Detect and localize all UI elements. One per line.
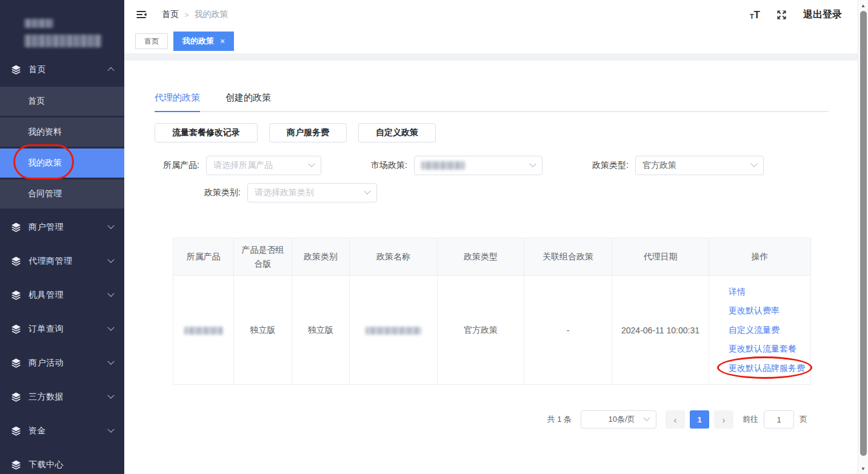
policy-type-select[interactable]: 官方政策 — [635, 156, 764, 175]
collapse-sidebar-icon[interactable] — [135, 8, 147, 21]
account-name-redacted — [24, 35, 102, 47]
cell-is-combo: 独立版 — [234, 276, 292, 385]
sidebar-item-home[interactable]: 首页 — [0, 87, 124, 116]
traffic-package-record-button[interactable]: 流量套餐修改记录 — [155, 123, 258, 142]
main-area: 首页 > 我的政策 TT 退出登录 首页 我的政策 × — [124, 0, 858, 474]
logout-button[interactable]: 退出登录 — [803, 8, 842, 21]
change-default-brand-service-fee-link[interactable]: 更改默认品牌服务费 — [729, 359, 806, 378]
topbar: 首页 > 我的政策 TT 退出登录 — [124, 0, 858, 29]
page-buttons: ‹ 1 › — [666, 410, 733, 429]
scrollbar-thumb[interactable] — [860, 11, 867, 456]
sidebar-group-agent-management[interactable]: 代理商管理 — [0, 244, 124, 278]
layers-icon — [10, 392, 22, 403]
sidebar-menu: 首页 首页 我的资料 我的政策 合同管理 商户管理 代理商管理 — [0, 55, 124, 474]
pagination: 共 1 条 10条/页 ‹ 1 › 前往 页 — [124, 410, 807, 429]
sidebar-group-device-management[interactable]: 机具管理 — [0, 278, 124, 312]
sidebar-group-order-query[interactable]: 订单查询 — [0, 312, 124, 346]
filter-policy-type-label: 政策类型: — [570, 160, 629, 171]
goto-label: 前往 — [743, 414, 758, 425]
policies-table: 所属产品 产品是否组合版 政策类别 政策名称 政策类型 关联组合政策 代理日期 … — [173, 238, 811, 385]
font-size-icon[interactable]: TT — [750, 10, 760, 20]
detail-link[interactable]: 详情 — [729, 282, 806, 302]
chevron-down-icon — [107, 392, 114, 399]
tag-label: 首页 — [144, 36, 159, 47]
filter-market-policy: 市场政策: — [349, 156, 542, 175]
sidebar-group-label: 商户管理 — [28, 222, 109, 233]
layers-icon — [10, 426, 22, 437]
chevron-down-icon — [107, 222, 114, 229]
sidebar-item-contract-management[interactable]: 合同管理 — [0, 179, 124, 209]
sidebar-group-merchant-management[interactable]: 商户管理 — [0, 210, 124, 244]
sidebar-item-label: 合同管理 — [28, 189, 62, 199]
chevron-down-icon — [107, 426, 114, 433]
page-number-button[interactable]: 1 — [690, 410, 709, 429]
sidebar-group-home-label: 首页 — [28, 64, 109, 75]
filter-policy-type: 政策类型: 官方政策 — [570, 156, 764, 175]
scroll-up-icon[interactable]: ▲ — [858, 1, 868, 10]
col-header-policy-name: 政策名称 — [350, 238, 438, 276]
select-value-redacted — [421, 161, 465, 170]
tab-created-policies[interactable]: 创建的政策 — [225, 92, 271, 111]
col-header-product: 所属产品 — [173, 238, 234, 276]
sidebar-group-label: 机具管理 — [28, 290, 109, 301]
filter-policy-category: 政策类别: 请选择政策类别 — [182, 183, 377, 202]
sidebar-group-label: 三方数据 — [28, 392, 109, 402]
table-header-row: 所属产品 产品是否组合版 政策类别 政策名称 政策类型 关联组合政策 代理日期 … — [173, 238, 811, 276]
select-placeholder: 请选择政策类别 — [255, 187, 314, 198]
fullscreen-icon[interactable] — [776, 9, 787, 21]
chevron-down-icon — [107, 324, 114, 331]
chevron-down-icon — [529, 161, 536, 167]
content-card: 代理的政策 创建的政策 流量套餐修改记录 商户服务费 自定义政策 所属产品: 请… — [124, 61, 858, 474]
policy-tabs: 代理的政策 创建的政策 — [155, 92, 829, 112]
breadcrumb-separator: > — [184, 10, 189, 19]
change-default-traffic-package-link[interactable]: 更改默认流量套餐 — [729, 339, 806, 359]
scroll-down-icon[interactable]: ▼ — [858, 464, 868, 473]
sidebar-group-funds[interactable]: 资金 — [0, 414, 124, 448]
chevron-down-icon — [308, 161, 315, 167]
filter-policy-category-label: 政策类别: — [182, 187, 241, 198]
custom-traffic-fee-link[interactable]: 自定义流量费 — [729, 321, 806, 340]
change-default-rate-link[interactable]: 更改默认费率 — [729, 301, 806, 321]
chevron-down-icon — [364, 188, 370, 195]
chevron-down-icon — [107, 256, 114, 263]
pagination-total: 共 1 条 — [547, 414, 572, 425]
sidebar-group-merchant-activity[interactable]: 商户活动 — [0, 346, 124, 380]
divider-band — [124, 53, 858, 61]
layers-icon — [10, 290, 22, 301]
tag-home[interactable]: 首页 — [135, 33, 168, 49]
sidebar-group-home[interactable]: 首页 — [0, 55, 124, 85]
sidebar-group-download-center[interactable]: 下载中心 — [0, 448, 124, 474]
sidebar-item-my-policies[interactable]: 我的政策 — [0, 149, 124, 178]
chevron-down-icon — [643, 415, 650, 421]
chevron-down-icon — [107, 290, 114, 297]
cell-category: 独立版 — [292, 276, 350, 385]
sidebar-item-my-profile[interactable]: 我的资料 — [0, 118, 124, 147]
layers-icon — [10, 324, 22, 335]
filter-product-label: 所属产品: — [141, 160, 199, 171]
sidebar-group-thirdparty-data[interactable]: 三方数据 — [0, 380, 124, 414]
col-header-is-combo: 产品是否组合版 — [234, 238, 292, 276]
sidebar-submenu: 首页 我的资料 我的政策 合同管理 — [0, 87, 124, 209]
policy-category-select[interactable]: 请选择政策类别 — [247, 183, 377, 202]
topbar-actions: TT 退出登录 — [750, 8, 842, 21]
next-page-button[interactable]: › — [714, 410, 733, 429]
col-header-operations: 操作 — [709, 238, 811, 276]
close-icon[interactable]: × — [220, 36, 225, 46]
logo-redacted — [24, 19, 53, 28]
breadcrumb-home[interactable]: 首页 — [162, 9, 179, 20]
custom-policy-button[interactable]: 自定义政策 — [358, 123, 436, 142]
vertical-scrollbar[interactable]: ▲ ▼ — [858, 0, 868, 474]
product-select[interactable]: 请选择所属产品 — [206, 156, 321, 175]
cell-agent-date: 2024-06-11 10:00:31 — [612, 276, 709, 385]
goto-page-input[interactable] — [764, 410, 794, 429]
sidebar-group-label: 资金 — [28, 426, 109, 436]
col-header-category: 政策类别 — [292, 238, 350, 276]
page-size-select[interactable]: 10条/页 — [581, 410, 656, 429]
select-value: 官方政策 — [643, 160, 676, 171]
tab-agented-policies[interactable]: 代理的政策 — [155, 92, 200, 112]
tag-my-policies[interactable]: 我的政策 × — [173, 32, 234, 51]
market-policy-select[interactable] — [414, 156, 542, 175]
prev-page-button[interactable]: ‹ — [666, 410, 685, 429]
merchant-service-fee-button[interactable]: 商户服务费 — [269, 123, 347, 142]
sidebar-group-label: 商户活动 — [28, 358, 109, 369]
